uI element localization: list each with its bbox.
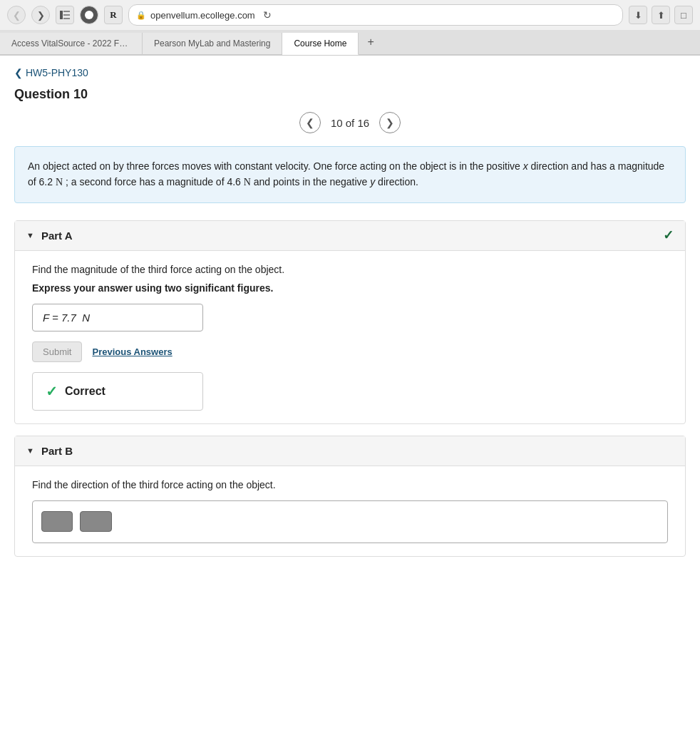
prev-question-button[interactable]: ❮ bbox=[299, 112, 321, 133]
part-b-label: Part B bbox=[41, 445, 73, 457]
part-b-input-area[interactable] bbox=[32, 500, 668, 543]
part-a-correct-box: ✓ Correct bbox=[32, 372, 203, 411]
add-tab-button[interactable]: + bbox=[359, 30, 382, 54]
share-button[interactable]: ⬆ bbox=[652, 6, 670, 24]
part-a-body: Find the magnitude of the third force ac… bbox=[15, 251, 685, 423]
part-a-header[interactable]: ▼ Part A ✓ bbox=[15, 221, 685, 251]
back-button[interactable]: ❮ bbox=[7, 6, 26, 24]
part-a-chevron-icon: ▼ bbox=[26, 231, 34, 240]
part-a-section: ▼ Part A ✓ Find the magnitude of the thi… bbox=[14, 220, 686, 424]
tab-pearson[interactable]: Pearson MyLab and Mastering bbox=[143, 33, 282, 54]
question-box: An object acted on by three forces moves… bbox=[14, 146, 686, 203]
question-text: An object acted on by three forces moves… bbox=[28, 160, 664, 187]
part-a-answer-input[interactable]: F = 7.7 N bbox=[32, 304, 203, 331]
part-b-header[interactable]: ▼ Part B bbox=[15, 436, 685, 466]
part-b-btn-1[interactable] bbox=[41, 511, 73, 532]
browser-toolbar: ❮ ❯ R 🔒 openvellum.ecollege.com ↻ ⬇ ⬆ □ bbox=[0, 0, 700, 30]
tab-course-home[interactable]: Course Home bbox=[282, 33, 359, 55]
part-b-question: Find the direction of the third force ac… bbox=[32, 479, 668, 490]
correct-label: Correct bbox=[65, 385, 105, 398]
profile-button[interactable] bbox=[80, 6, 98, 24]
tab-vitalsource[interactable]: Access VitalSource - 2022 Fall-PHY130... bbox=[0, 33, 143, 54]
part-b-section: ▼ Part B Find the direction of the third… bbox=[14, 436, 686, 557]
reload-button[interactable]: ↻ bbox=[259, 7, 275, 23]
lock-icon: 🔒 bbox=[136, 11, 146, 20]
page-info: 10 of 16 bbox=[331, 117, 369, 129]
download-button[interactable]: ⬇ bbox=[629, 6, 647, 24]
part-a-prev-answers-link[interactable]: Previous Answers bbox=[92, 346, 172, 357]
reader-button[interactable]: R bbox=[104, 6, 123, 24]
question-title: Question 10 bbox=[14, 87, 686, 102]
svg-rect-0 bbox=[60, 11, 63, 19]
part-a-submit-button[interactable]: Submit bbox=[32, 341, 82, 362]
breadcrumb[interactable]: ❮ HW5-PHY130 bbox=[14, 67, 686, 78]
part-a-correct-icon: ✓ bbox=[663, 227, 674, 243]
forward-button[interactable]: ❯ bbox=[31, 6, 50, 24]
part-b-body: Find the direction of the third force ac… bbox=[15, 466, 685, 556]
svg-rect-2 bbox=[63, 14, 70, 16]
pagination: ❮ 10 of 16 ❯ bbox=[14, 112, 686, 133]
part-a-question: Find the magnitude of the third force ac… bbox=[32, 264, 668, 275]
browser-actions: ⬇ ⬆ □ bbox=[629, 6, 693, 24]
sidebar-button[interactable] bbox=[56, 6, 74, 24]
correct-check-icon: ✓ bbox=[46, 383, 58, 400]
svg-rect-1 bbox=[63, 11, 70, 12]
url-text: openvellum.ecollege.com bbox=[150, 10, 255, 21]
part-a-submit-row: Submit Previous Answers bbox=[32, 341, 668, 362]
address-bar[interactable]: 🔒 openvellum.ecollege.com ↻ bbox=[128, 4, 623, 26]
browser-tabs: Access VitalSource - 2022 Fall-PHY130...… bbox=[0, 30, 700, 55]
browser-chrome: ❮ ❯ R 🔒 openvellum.ecollege.com ↻ ⬇ ⬆ □ … bbox=[0, 0, 700, 56]
page-content: ❮ HW5-PHY130 Question 10 ❮ 10 of 16 ❯ An… bbox=[0, 56, 700, 580]
next-question-button[interactable]: ❯ bbox=[379, 112, 401, 133]
part-a-answer-value: F = 7.7 N bbox=[43, 312, 90, 324]
part-b-chevron-icon: ▼ bbox=[26, 446, 34, 455]
tab-overview-button[interactable]: □ bbox=[674, 6, 693, 24]
part-a-label: Part A bbox=[41, 230, 73, 242]
part-b-btn-2[interactable] bbox=[80, 511, 111, 532]
part-a-instruction: Express your answer using two significan… bbox=[32, 282, 668, 294]
svg-rect-3 bbox=[63, 18, 70, 19]
